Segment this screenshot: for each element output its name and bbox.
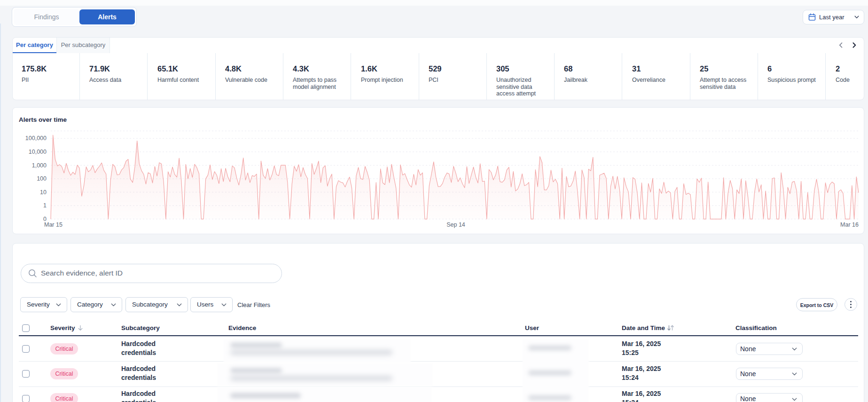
svg-text:1,000: 1,000 <box>32 162 47 169</box>
svg-text:Sep 14: Sep 14 <box>446 221 465 228</box>
svg-text:100: 100 <box>37 175 47 182</box>
svg-text:Mar 15: Mar 15 <box>44 221 63 228</box>
svg-text:Mar 16: Mar 16 <box>840 221 859 228</box>
svg-text:100,000: 100,000 <box>25 135 47 142</box>
svg-text:10: 10 <box>40 189 47 196</box>
svg-text:1: 1 <box>43 202 47 209</box>
svg-text:10,000: 10,000 <box>29 149 47 155</box>
